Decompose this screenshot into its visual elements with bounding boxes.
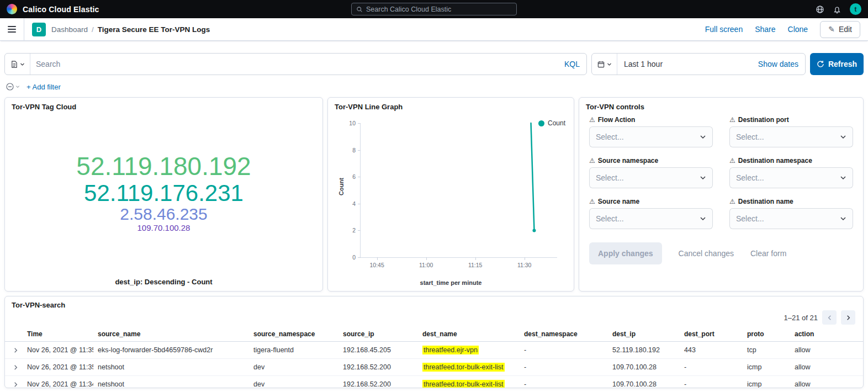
warning-icon: ⚠ xyxy=(589,198,595,205)
destination-namespace-select[interactable]: Select... xyxy=(729,167,853,188)
refresh-button[interactable]: Refresh xyxy=(810,53,864,75)
col-header-source-ip[interactable]: source_ip xyxy=(338,327,418,342)
expand-row-button[interactable] xyxy=(13,347,19,353)
show-dates-link[interactable]: Show dates xyxy=(758,60,805,68)
cell-action: allow xyxy=(790,342,863,359)
control-label: Destination namespace xyxy=(738,157,812,165)
cell-dest-port: - xyxy=(680,376,743,389)
cell-dest-name: threatfeed.ejr-vpn xyxy=(418,342,520,359)
globe-icon[interactable] xyxy=(816,5,824,14)
dashboard-header-bar: D Dashboard/Tigera Secure EE Tor-VPN Log… xyxy=(0,18,868,41)
panel-title[interactable]: Tor-VPN Tag Cloud xyxy=(12,103,316,111)
kql-language-button[interactable]: KQL xyxy=(558,60,586,68)
share-button[interactable]: Share xyxy=(755,25,775,34)
destination-name-select[interactable]: Select... xyxy=(729,208,853,229)
date-picker: Last 1 hour Show dates xyxy=(591,53,806,75)
source-name-select[interactable]: Select... xyxy=(589,208,713,229)
pagination: 1–21 of 21 xyxy=(13,310,855,325)
col-header-source-name[interactable]: source_name xyxy=(93,327,249,342)
next-page-button[interactable] xyxy=(841,310,855,325)
tag-cloud-tag[interactable]: 52.119.176.231 xyxy=(84,181,244,205)
saved-query-menu-icon[interactable] xyxy=(5,54,30,75)
cell-source-name: eks-log-forwarder-5bd4659786-cwd2r xyxy=(93,342,249,359)
panel-search-table: Tor-VPN-search 1–21 of 21 Time source_na… xyxy=(4,296,864,388)
refresh-label: Refresh xyxy=(828,60,857,68)
clear-form-button[interactable]: Clear form xyxy=(750,249,786,258)
panel-title[interactable]: Tor-VPN controls xyxy=(586,103,856,111)
col-header-action[interactable]: action xyxy=(790,327,863,342)
clone-button[interactable]: Clone xyxy=(788,25,808,34)
dashboard-actions: Full screen Share Clone ✎ Edit xyxy=(705,21,860,38)
cell-source-ip: 192.168.52.200 xyxy=(338,376,418,389)
cell-action: allow xyxy=(790,359,863,376)
flow-action-select[interactable]: Select... xyxy=(589,126,713,147)
cell-dest-namespace: - xyxy=(520,376,608,389)
expand-row-button[interactable] xyxy=(13,382,19,388)
filter-bar: + Add filter xyxy=(6,81,862,93)
table-header-row: Time source_name source_namespace source… xyxy=(5,327,863,342)
cell-expander xyxy=(5,359,23,376)
col-header-time[interactable]: Time xyxy=(23,327,93,342)
full-screen-button[interactable]: Full screen xyxy=(705,25,743,34)
bell-icon[interactable] xyxy=(833,5,841,14)
global-search-input[interactable] xyxy=(366,6,512,13)
cell-action: allow xyxy=(790,376,863,389)
col-header-dest-name[interactable]: dest_name xyxy=(418,327,520,342)
chevron-down-icon xyxy=(840,134,846,140)
tag-cloud-tag[interactable]: 2.58.46.235 xyxy=(120,205,207,223)
chevron-right-icon xyxy=(13,364,19,370)
filter-options-icon[interactable] xyxy=(6,82,20,91)
control-field: ⚠ Source name Select... xyxy=(589,198,713,229)
col-header-dest-port[interactable]: dest_port xyxy=(680,327,743,342)
warning-icon: ⚠ xyxy=(729,198,735,205)
panel-title[interactable]: Tor-VPN Line Graph xyxy=(335,103,567,111)
destination-port-select[interactable]: Select... xyxy=(729,126,853,147)
tag-cloud-tag[interactable]: 52.119.180.192 xyxy=(76,153,251,181)
line-chart-plot: 024681010:4511:0011:1511:30 xyxy=(360,123,557,258)
add-filter-button[interactable]: + Add filter xyxy=(27,83,61,91)
calendar-icon[interactable] xyxy=(592,54,617,75)
cell-dest-port: - xyxy=(680,359,743,376)
chevron-down-icon xyxy=(700,215,706,222)
breadcrumb-separator: / xyxy=(92,25,94,34)
time-range-value[interactable]: Last 1 hour xyxy=(617,60,758,68)
pencil-icon: ✎ xyxy=(828,25,835,34)
chevron-left-icon xyxy=(827,315,833,321)
table-row: Nov 26, 2021 @ 11:35:04.000 eks-log-forw… xyxy=(5,342,863,359)
kql-search-box: KQL xyxy=(4,53,587,75)
cell-dest-namespace: - xyxy=(520,359,608,376)
search-icon xyxy=(356,6,363,13)
x-axis-title: start_time per minute xyxy=(328,279,574,286)
previous-page-button[interactable] xyxy=(822,310,837,325)
edit-button[interactable]: ✎ Edit xyxy=(820,21,860,38)
query-search-input[interactable] xyxy=(30,60,558,68)
source-namespace-select[interactable]: Select... xyxy=(589,167,713,188)
panel-tag-cloud: Tor-VPN Tag Cloud 52.119.180.192 52.119.… xyxy=(4,97,323,292)
user-avatar[interactable]: t xyxy=(850,3,861,15)
highlighted-value: threatfeed.ejr-vpn xyxy=(422,346,479,354)
cell-source-namespace: dev xyxy=(249,376,338,389)
y-axis-title: Count xyxy=(338,178,345,195)
expand-row-button[interactable] xyxy=(13,364,19,370)
apply-changes-button[interactable]: Apply changes xyxy=(589,242,662,264)
breadcrumb-dashboard-link[interactable]: Dashboard xyxy=(51,25,88,34)
cell-dest-ip: 109.70.100.28 xyxy=(608,376,680,389)
cell-proto: icmp xyxy=(743,359,790,376)
chevron-right-icon xyxy=(845,315,851,321)
hamburger-menu-icon[interactable] xyxy=(0,18,24,40)
tag-cloud: 52.119.180.192 52.119.176.231 2.58.46.23… xyxy=(5,120,322,266)
col-header-dest-ip[interactable]: dest_ip xyxy=(608,327,680,342)
panel-title[interactable]: Tor-VPN-search xyxy=(12,301,856,309)
control-label: Source name xyxy=(598,198,639,205)
panel-line-graph: Tor-VPN Line Graph Count Count 024681010… xyxy=(327,97,574,292)
cancel-changes-button[interactable]: Cancel changes xyxy=(679,249,734,258)
refresh-icon xyxy=(817,60,824,68)
query-bar: KQL Last 1 hour Show dates Refresh xyxy=(4,53,864,75)
tag-cloud-tag[interactable]: 109.70.100.28 xyxy=(137,224,190,232)
breadcrumb: Dashboard/Tigera Secure EE Tor-VPN Logs xyxy=(51,24,210,34)
global-search[interactable] xyxy=(351,3,517,15)
control-label: Source namespace xyxy=(598,157,658,165)
col-header-source-namespace[interactable]: source_namespace xyxy=(249,327,338,342)
col-header-dest-namespace[interactable]: dest_namespace xyxy=(520,327,608,342)
col-header-proto[interactable]: proto xyxy=(743,327,790,342)
